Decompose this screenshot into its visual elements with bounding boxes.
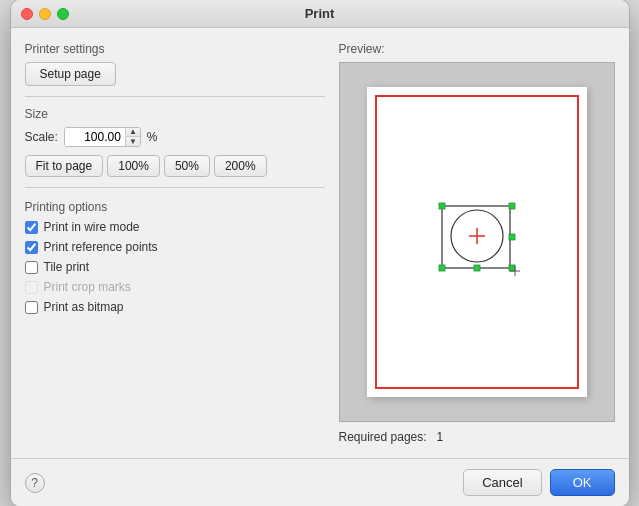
print-wire-mode-checkbox[interactable] bbox=[25, 221, 38, 234]
preview-area bbox=[339, 62, 615, 422]
scale-down-button[interactable]: ▼ bbox=[126, 137, 140, 146]
scale-spinners: ▲ ▼ bbox=[125, 128, 140, 146]
required-pages-value: 1 bbox=[437, 430, 444, 444]
print-reference-points-row: Print reference points bbox=[25, 240, 325, 254]
scale-input-wrapper: ▲ ▼ bbox=[64, 127, 141, 147]
tile-print-label: Tile print bbox=[44, 260, 90, 274]
printing-options: Printing options Print in wire mode Prin… bbox=[25, 200, 325, 314]
titlebar: Print bbox=[11, 0, 629, 28]
print-as-bitmap-label: Print as bitmap bbox=[44, 300, 124, 314]
preview-label: Preview: bbox=[339, 42, 615, 56]
tile-print-checkbox[interactable] bbox=[25, 261, 38, 274]
printer-settings-label: Printer settings bbox=[25, 42, 325, 56]
print-wire-mode-row: Print in wire mode bbox=[25, 220, 325, 234]
preview-page bbox=[367, 87, 587, 397]
scale-up-button[interactable]: ▲ bbox=[126, 128, 140, 137]
scale-row: Scale: ▲ ▼ % bbox=[25, 127, 325, 147]
fit-to-page-button[interactable]: Fit to page bbox=[25, 155, 104, 177]
required-pages-label: Required pages: bbox=[339, 430, 427, 444]
ok-button[interactable]: OK bbox=[550, 469, 615, 496]
close-button[interactable] bbox=[21, 8, 33, 20]
svg-rect-9 bbox=[474, 265, 480, 271]
svg-rect-4 bbox=[439, 203, 445, 209]
scale-200-button[interactable]: 200% bbox=[214, 155, 267, 177]
print-wire-mode-label: Print in wire mode bbox=[44, 220, 140, 234]
main-content: Printer settings Setup page Size Scale: … bbox=[11, 28, 629, 458]
bottom-buttons: Cancel OK bbox=[463, 469, 614, 496]
left-panel: Printer settings Setup page Size Scale: … bbox=[25, 42, 325, 444]
print-as-bitmap-checkbox[interactable] bbox=[25, 301, 38, 314]
svg-rect-6 bbox=[439, 265, 445, 271]
print-reference-points-checkbox[interactable] bbox=[25, 241, 38, 254]
print-crop-marks-checkbox[interactable] bbox=[25, 281, 38, 294]
required-pages: Required pages: 1 bbox=[339, 430, 615, 444]
divider-1 bbox=[25, 96, 325, 97]
svg-rect-0 bbox=[442, 206, 510, 268]
bottom-bar: ? Cancel OK bbox=[11, 458, 629, 506]
svg-rect-5 bbox=[509, 203, 515, 209]
scale-50-button[interactable]: 50% bbox=[164, 155, 210, 177]
percent-label: % bbox=[147, 130, 158, 144]
print-dialog: Print Printer settings Setup page Size S… bbox=[10, 0, 630, 506]
printing-options-label: Printing options bbox=[25, 200, 325, 214]
scale-100-button[interactable]: 100% bbox=[107, 155, 160, 177]
window-title: Print bbox=[305, 6, 335, 21]
scale-label: Scale: bbox=[25, 130, 58, 144]
print-reference-points-label: Print reference points bbox=[44, 240, 158, 254]
scale-input[interactable] bbox=[65, 128, 125, 146]
help-button[interactable]: ? bbox=[25, 473, 45, 493]
minimize-button[interactable] bbox=[39, 8, 51, 20]
print-crop-marks-label: Print crop marks bbox=[44, 280, 131, 294]
cancel-button[interactable]: Cancel bbox=[463, 469, 541, 496]
size-section: Size Scale: ▲ ▼ % Fit to page 100% bbox=[25, 107, 325, 177]
traffic-lights bbox=[21, 8, 69, 20]
right-panel: Preview: bbox=[339, 42, 615, 444]
print-crop-marks-row: Print crop marks bbox=[25, 280, 325, 294]
preview-diagram bbox=[432, 198, 522, 278]
divider-2 bbox=[25, 187, 325, 188]
scale-buttons: Fit to page 100% 50% 200% bbox=[25, 155, 325, 177]
maximize-button[interactable] bbox=[57, 8, 69, 20]
tile-print-row: Tile print bbox=[25, 260, 325, 274]
setup-page-button[interactable]: Setup page bbox=[25, 62, 116, 86]
size-label: Size bbox=[25, 107, 325, 121]
svg-rect-8 bbox=[509, 234, 515, 240]
print-as-bitmap-row: Print as bitmap bbox=[25, 300, 325, 314]
svg-rect-7 bbox=[509, 265, 515, 271]
